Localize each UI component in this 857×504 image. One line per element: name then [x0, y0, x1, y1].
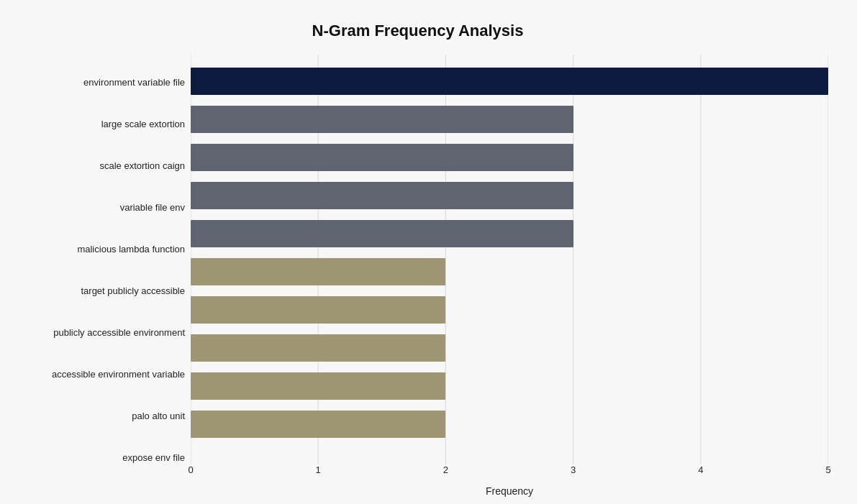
y-label: scale extortion caign — [7, 147, 185, 185]
bar — [191, 372, 445, 400]
x-tick: 1 — [316, 464, 321, 475]
chart-container: N-Gram Frequency Analysis environment va… — [0, 0, 857, 504]
chart-title: N-Gram Frequency Analysis — [7, 14, 828, 40]
bars-container — [191, 62, 828, 443]
y-label: accessible environment variable — [7, 356, 185, 393]
bar-row — [191, 295, 828, 324]
bar-row — [191, 257, 828, 286]
y-label: malicious lambda function — [7, 231, 185, 268]
y-axis: environment variable filelarge scale ext… — [7, 55, 191, 500]
y-label: environment variable file — [7, 64, 185, 101]
x-tick: 4 — [698, 464, 703, 475]
bar-row — [191, 181, 828, 210]
grid-bars-area — [191, 55, 828, 464]
bar — [191, 220, 573, 247]
bar-row — [191, 105, 828, 134]
x-tick: 5 — [825, 464, 830, 475]
bar — [191, 106, 573, 133]
y-label: publicly accessible environment — [7, 314, 185, 352]
x-tick: 3 — [571, 464, 576, 475]
x-axis-area: 012345 Frequency — [191, 464, 828, 500]
x-tick: 2 — [443, 464, 448, 475]
bar-row — [191, 372, 828, 400]
bar-row — [191, 410, 828, 439]
bar — [191, 144, 573, 171]
y-label: variable file env — [7, 189, 185, 226]
x-tick: 0 — [188, 464, 193, 475]
bar — [191, 296, 445, 324]
y-label: target publicly accessible — [7, 272, 185, 310]
x-ticks: 012345 — [191, 464, 828, 482]
bar — [191, 334, 445, 362]
y-label: palo alto unit — [7, 398, 185, 435]
bar-row — [191, 67, 828, 96]
bar-row — [191, 143, 828, 172]
y-label: expose env file — [7, 439, 185, 477]
bar — [191, 182, 573, 209]
bar — [191, 411, 445, 438]
bar-row — [191, 334, 828, 362]
y-label: large scale extortion — [7, 106, 185, 143]
bar — [191, 258, 445, 285]
bar — [191, 68, 828, 95]
bar-row — [191, 219, 828, 248]
x-axis-label: Frequency — [191, 485, 828, 497]
plot-area: 012345 Frequency — [191, 55, 828, 500]
